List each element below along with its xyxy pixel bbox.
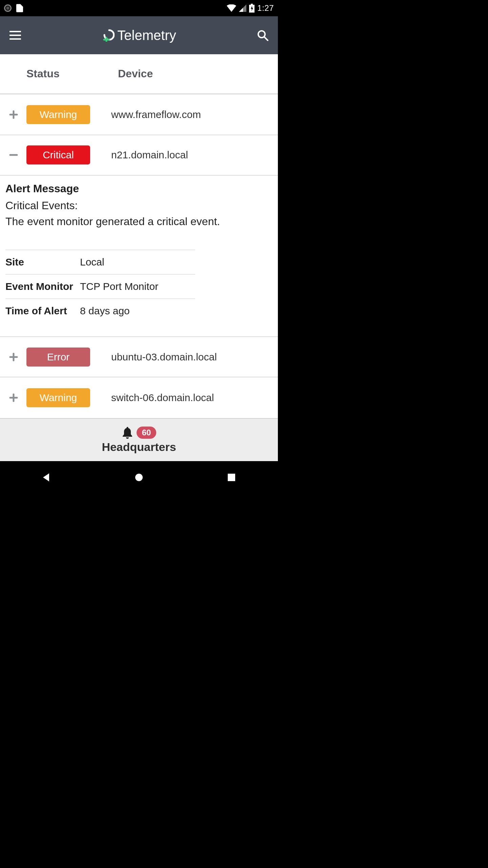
android-status-bar: 1:27 [0, 0, 278, 16]
nav-recent-button[interactable] [225, 471, 238, 484]
triangle-back-icon [42, 473, 51, 482]
status-clock: 1:27 [257, 3, 274, 13]
app-bar: Telemetry [0, 16, 278, 54]
wifi-icon [227, 4, 236, 12]
table-row[interactable]: Critical n21.domain.local [0, 135, 278, 176]
svg-point-13 [135, 474, 143, 481]
detail-line: Critical Events: [5, 198, 272, 213]
footer-bar[interactable]: 60 Headquarters [0, 418, 278, 461]
plus-icon [9, 393, 18, 402]
circle-home-icon [134, 473, 144, 482]
column-header-status: Status [26, 67, 118, 80]
android-nav-bar [0, 461, 278, 494]
device-name: switch-06.domain.local [111, 392, 214, 403]
expand-button[interactable] [7, 391, 20, 405]
detail-field-value: 8 days ago [80, 305, 130, 317]
expand-button[interactable] [7, 350, 20, 364]
recording-icon [4, 4, 12, 12]
plus-icon [9, 110, 18, 119]
cell-signal-icon [239, 4, 246, 12]
plus-icon [9, 353, 18, 361]
collapse-button[interactable] [7, 148, 20, 162]
alerts-list: Status Device Warning www.frameflow.com … [0, 54, 278, 461]
footer-label: Headquarters [102, 440, 176, 454]
column-header-device: Device [118, 67, 153, 80]
device-name: www.frameflow.com [111, 109, 201, 120]
table-row[interactable]: Warning switch-06.domain.local [0, 377, 278, 418]
nav-home-button[interactable] [132, 471, 146, 484]
svg-rect-1 [251, 4, 253, 5]
app-title: Telemetry [117, 28, 176, 43]
detail-field-value: Local [80, 256, 104, 268]
search-button[interactable] [257, 29, 268, 41]
svg-rect-14 [228, 474, 235, 481]
status-badge: Warning [26, 388, 90, 407]
detail-field-value: TCP Port Monitor [80, 281, 158, 292]
detail-field-label: Event Monitor [5, 281, 80, 292]
device-name: ubuntu-03.domain.local [111, 351, 217, 363]
nav-back-button[interactable] [40, 471, 53, 484]
sd-card-icon [16, 4, 23, 12]
table-row[interactable]: Warning www.frameflow.com [0, 95, 278, 135]
svg-line-5 [264, 37, 268, 40]
bell-icon [122, 426, 133, 439]
status-badge: Error [26, 348, 90, 367]
status-badge: Critical [26, 145, 90, 164]
detail-heading: Alert Message [5, 182, 272, 195]
square-recent-icon [227, 473, 236, 482]
detail-line: The event monitor generated a critical e… [5, 214, 272, 229]
detail-field-label: Site [5, 256, 80, 268]
app-logo-icon [102, 29, 115, 42]
detail-field-label: Time of Alert [5, 305, 80, 317]
table-header-row: Status Device [0, 54, 278, 95]
menu-button[interactable] [9, 31, 21, 40]
expand-button[interactable] [7, 108, 20, 121]
minus-icon [9, 151, 18, 159]
device-name: n21.domain.local [111, 149, 188, 161]
table-row[interactable]: Error ubuntu-03.domain.local [0, 337, 278, 377]
status-badge: Warning [26, 105, 90, 124]
row-detail-panel: Alert Message Critical Events: The event… [0, 176, 278, 337]
battery-charging-icon [249, 4, 255, 13]
notification-count-badge: 60 [137, 427, 157, 439]
search-icon [257, 29, 268, 41]
